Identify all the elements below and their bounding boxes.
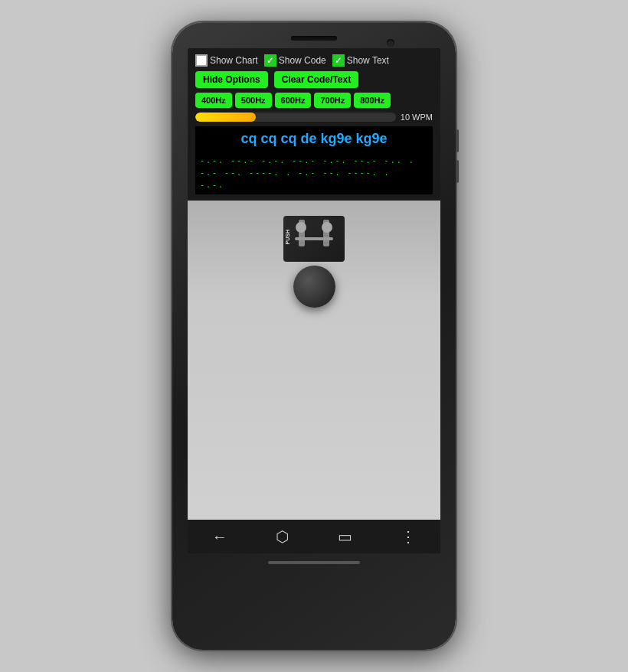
show-chart-label: Show Chart	[210, 55, 258, 66]
device-knob[interactable]	[293, 266, 335, 308]
frequency-row: 400Hz 500Hz 600Hz 700Hz 800Hz	[195, 93, 433, 108]
volume-down-button[interactable]	[456, 160, 459, 183]
speaker	[291, 36, 337, 41]
freq-700hz-button[interactable]: 700Hz	[314, 93, 351, 108]
checkboxes-row: Show Chart Show Code Show Text	[195, 54, 433, 67]
show-code-label: Show Code	[279, 55, 326, 66]
morse-key-device: PUSH	[283, 216, 345, 308]
show-chart-checkbox-item[interactable]: Show Chart	[195, 54, 258, 67]
device-image-area: PUSH	[188, 201, 440, 520]
freq-600hz-button[interactable]: 600Hz	[275, 93, 312, 108]
side-buttons	[456, 129, 459, 183]
clear-code-text-button[interactable]: Clear Code/Text	[274, 71, 358, 88]
speed-label: 10 WPM	[401, 113, 433, 122]
navigation-bar: ← ⬡ ▭ ⋮	[188, 520, 440, 553]
phone-frame: Show Chart Show Code Show Text Hide Opti…	[172, 22, 456, 650]
morse-decoded-text: cq cq cq de kg9e kg9e	[195, 126, 433, 152]
freq-800hz-button[interactable]: 800Hz	[354, 93, 391, 108]
morse-code-line2: -.-.	[200, 179, 428, 191]
speed-row: 10 WPM	[195, 113, 433, 122]
phone-screen: Show Chart Show Code Show Text Hide Opti…	[188, 48, 440, 553]
freq-400hz-button[interactable]: 400Hz	[195, 93, 232, 108]
volume-up-button[interactable]	[456, 129, 459, 152]
show-chart-checkbox[interactable]	[195, 54, 208, 67]
freq-500hz-button[interactable]: 500Hz	[235, 93, 272, 108]
device-arm	[295, 237, 333, 240]
action-buttons-row: Hide Options Clear Code/Text	[195, 71, 433, 88]
hide-options-button[interactable]: Hide Options	[195, 71, 268, 88]
show-code-checkbox-item[interactable]: Show Code	[264, 54, 326, 67]
device-connector-left	[296, 222, 306, 233]
push-label: PUSH	[285, 230, 290, 244]
show-code-checkbox[interactable]	[264, 54, 276, 67]
morse-code-display: -.-. --.- -.-. --.- -.-. --.- -.. . -.- …	[195, 152, 433, 194]
show-text-checkbox[interactable]	[332, 54, 345, 67]
home-button[interactable]: ⬡	[267, 523, 298, 550]
device-body: PUSH	[283, 216, 345, 262]
morse-code-line1: -.-. --.- -.-. --.- -.-. --.- -.. . -.- …	[200, 155, 428, 179]
controls-area: Show Chart Show Code Show Text Hide Opti…	[188, 48, 440, 201]
menu-button[interactable]: ⋮	[391, 523, 425, 550]
show-text-label: Show Text	[347, 55, 389, 66]
speed-bar[interactable]	[195, 113, 396, 122]
speed-bar-fill	[195, 113, 256, 122]
home-bar	[268, 561, 360, 564]
image-content: PUSH	[188, 201, 440, 520]
camera	[387, 39, 394, 47]
device-connector-right	[322, 222, 332, 233]
recents-button[interactable]: ▭	[329, 523, 361, 550]
show-text-checkbox-item[interactable]: Show Text	[332, 54, 389, 67]
back-button[interactable]: ←	[203, 524, 237, 550]
